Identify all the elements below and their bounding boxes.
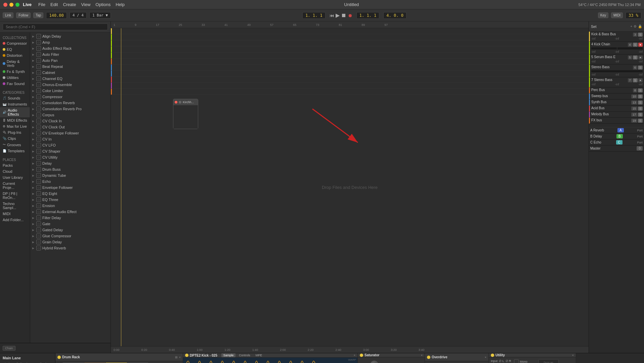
place-user-library[interactable]: User Library	[0, 174, 30, 180]
menu-file[interactable]: File	[38, 2, 45, 7]
sat-close[interactable]: ×	[421, 354, 423, 357]
place-dp-p8[interactable]: DP | P8 | ReOn...	[0, 191, 30, 201]
drum-rack-power[interactable]	[57, 356, 61, 359]
od-close[interactable]: ×	[485, 356, 486, 359]
drum-rack-close[interactable]: ×	[179, 356, 181, 359]
saturator-power[interactable]	[360, 354, 363, 357]
tap-button[interactable]: Tap	[33, 12, 43, 18]
drive-knob[interactable]	[370, 361, 378, 363]
effect-external-audio-effect[interactable]: ▶ □ External Audio Effect	[30, 209, 111, 215]
place-cloud[interactable]: Cloud	[0, 168, 30, 174]
mute-btn[interactable]: 10	[631, 94, 637, 98]
solo-btn[interactable]: S	[638, 113, 643, 117]
collection-eq[interactable]: EQ	[0, 46, 30, 52]
solo-btn[interactable]: S	[638, 66, 643, 70]
effect-drum-buss[interactable]: ▶ □ Drum Buss	[30, 166, 111, 172]
effect-hybrid-reverb[interactable]: ▶ □ Hybrid Reverb	[30, 245, 111, 251]
cat-max-for-live[interactable]: ⚙Max for Live	[0, 123, 30, 129]
cat-grooves[interactable]: 〜Grooves	[0, 142, 30, 148]
effect-amp[interactable]: ▶ □ Amp	[30, 39, 111, 45]
effect-cv-shaper[interactable]: ▶ □ CV Shaper	[30, 148, 111, 154]
mute-btn[interactable]: 3	[633, 33, 637, 37]
midi-button[interactable]: MIDI	[611, 12, 623, 18]
loop-start-display[interactable]: 1. 1. 1	[356, 12, 380, 19]
cat-midi-effects[interactable]: 🎛MIDI Effects	[0, 117, 30, 123]
effect-convolution-reverb[interactable]: ▶ □ Convolution Reverb	[30, 100, 111, 106]
mixer-lock-btn[interactable]: 🔒	[638, 25, 642, 28]
menu-options[interactable]: Options	[95, 2, 111, 7]
overdrive-power[interactable]	[427, 356, 430, 359]
tab-sample[interactable]: Sample	[221, 353, 236, 357]
mute-btn[interactable]: 4	[628, 43, 632, 47]
cat-audio-effects[interactable]: 🔊Audio Effects	[0, 107, 30, 117]
solo-btn[interactable]: S	[638, 107, 643, 111]
waveform-close[interactable]: ×	[354, 354, 355, 357]
effect-echo[interactable]: ▶ □ Echo	[30, 178, 111, 185]
collection-distortion[interactable]: Distortion	[0, 52, 30, 58]
follow-button[interactable]: Follow	[16, 12, 31, 18]
waveform-power[interactable]	[185, 354, 188, 357]
metronome-display[interactable]: 1 Bar ▼	[89, 12, 111, 18]
effect-eq-eight[interactable]: ▶ □ EQ Eight	[30, 191, 111, 197]
send-label[interactable]: C	[616, 140, 622, 145]
arrangement-body[interactable]: Kirchh... Drop Files and Devices Here	[111, 28, 589, 346]
mixer-add-btn[interactable]: +	[630, 25, 632, 28]
menu-edit[interactable]: Edit	[50, 2, 58, 7]
effect-chorus-ensemble[interactable]: ▶ □ Chorus-Ensemble	[30, 82, 111, 88]
effect-dynamic-tube[interactable]: ▶ □ Dynamic Tube	[30, 172, 111, 178]
arm-btn[interactable]: ●	[638, 55, 643, 59]
mute-btn[interactable]: 19	[631, 119, 637, 123]
mono-checkbox[interactable]	[514, 359, 519, 363]
bpm-display[interactable]: 140.00	[46, 12, 67, 19]
effect-channel-eq[interactable]: ▶ □ Channel EQ	[30, 76, 111, 82]
rewind-button[interactable]: ⏮	[330, 13, 334, 18]
key-button[interactable]: Key	[598, 12, 608, 18]
mute-btn[interactable]: 5	[628, 55, 632, 59]
send-label[interactable]: B	[616, 134, 623, 138]
effect-cv-envelope-follower[interactable]: ▶ □ CV Envelope Follower	[30, 130, 111, 136]
effect-color-limiter[interactable]: ▶ □ Color Limiter	[30, 88, 111, 94]
input-l[interactable]: ∅ L	[499, 359, 504, 363]
place-current-project[interactable]: Current Proje...	[0, 180, 30, 191]
record-button[interactable]: ⏺	[348, 13, 352, 18]
collection-delay[interactable]: Delay & Verb	[0, 58, 30, 69]
menu-create[interactable]: Create	[63, 2, 76, 7]
stop-button[interactable]: ⏹	[341, 12, 346, 18]
send-label[interactable]: A	[617, 128, 624, 132]
menu-help[interactable]: Help	[116, 2, 125, 7]
link-button[interactable]: Link	[3, 12, 13, 18]
waveform-display[interactable]: WARP	[183, 358, 357, 363]
effect-cv-in[interactable]: ▶ □ CV In	[30, 136, 111, 142]
effect-cv-utility[interactable]: ▶ □ CV Utility	[30, 154, 111, 160]
place-techno-sample[interactable]: Techno Sampl...	[0, 201, 30, 211]
effect-auto-pan[interactable]: ▶ □ Auto Pan	[30, 57, 111, 64]
effect-cv-lfo[interactable]: ▶ □ CV LFO	[30, 142, 111, 148]
loop-end-display[interactable]: 4. 0. 0	[383, 12, 406, 19]
effect-cv-clock-out[interactable]: ▶ □ CV Clock Out	[30, 124, 111, 130]
input-r[interactable]: ∅ R	[506, 359, 511, 363]
collection-compressor[interactable]: Compressor	[0, 40, 30, 46]
place-packs[interactable]: Packs	[0, 162, 30, 168]
chain-button[interactable]: Chain	[3, 346, 15, 351]
cat-instruments[interactable]: 🎹Instruments	[0, 101, 30, 107]
utility-power[interactable]	[491, 354, 494, 357]
effect-gated-delay[interactable]: ▶ □ Gated Delay	[30, 227, 111, 233]
send-label[interactable]: 0	[637, 146, 643, 151]
effect-audio-effect-rack[interactable]: ▶ □ Audio Effect Rack	[30, 45, 111, 51]
mute-btn[interactable]: 7	[628, 78, 632, 82]
effect-cv-clock-in[interactable]: ▶ □ CV Clock In	[30, 118, 111, 124]
minimize-button[interactable]	[9, 3, 13, 7]
arm-btn[interactable]: ●	[638, 78, 643, 82]
effect-delay[interactable]: ▶ □ Delay	[30, 160, 111, 166]
effect-envelope-follower[interactable]: ▶ □ Envelope Follower	[30, 185, 111, 191]
tab-controls[interactable]: Controls	[237, 353, 252, 357]
search-input[interactable]	[3, 24, 108, 30]
mute-btn[interactable]: 13	[631, 100, 637, 105]
effect-erosion[interactable]: ▶ □ Erosion	[30, 203, 111, 209]
mixer-settings-btn[interactable]: ⚙	[634, 25, 637, 28]
position-display[interactable]: 1. 1. 1	[302, 12, 326, 19]
mute-btn[interactable]: 8	[633, 88, 637, 92]
effect-glue-compressor[interactable]: ▶ □ Glue Compressor	[30, 233, 111, 239]
solo-btn[interactable]: S	[633, 43, 638, 47]
solo-btn[interactable]: S	[638, 88, 643, 92]
